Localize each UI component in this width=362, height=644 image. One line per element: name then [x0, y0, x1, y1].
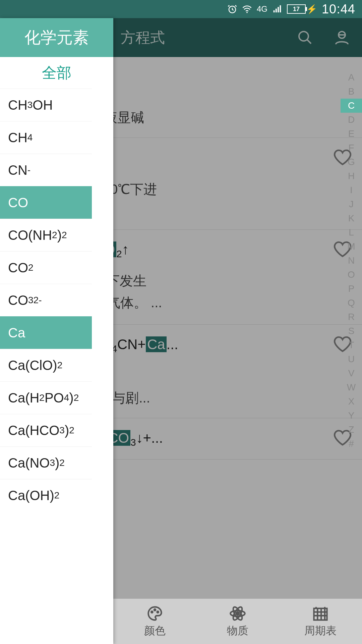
index-letter[interactable]: L: [341, 225, 362, 239]
index-letter[interactable]: V: [341, 366, 362, 380]
compound-item[interactable]: Ca(OH)2: [0, 479, 92, 512]
compound-item[interactable]: Ca(HCO3)2: [0, 414, 92, 446]
alpha-index[interactable]: ABCDEFGHIJKLMNOPQRSTUVWXYZ#: [341, 70, 362, 451]
index-letter[interactable]: P: [341, 282, 362, 296]
sidebar-title: 化学元素: [0, 18, 113, 57]
compound-item[interactable]: CH4: [0, 121, 92, 154]
index-letter[interactable]: Z: [341, 423, 362, 437]
index-letter[interactable]: M: [341, 239, 362, 254]
compound-item[interactable]: Ca(NO3)2: [0, 446, 92, 479]
status-bar: 4G 17 ⚡ 10:44: [0, 0, 362, 18]
alarm-icon: [227, 4, 237, 14]
battery-indicator: 17 ⚡: [287, 4, 317, 14]
nav-substance[interactable]: 物质: [196, 599, 279, 644]
index-letter[interactable]: D: [341, 113, 362, 127]
nav-periodic[interactable]: 周期表: [279, 599, 362, 644]
compound-item[interactable]: CH3OH: [0, 89, 92, 121]
bottom-nav: 颜色 物质 周期表: [113, 599, 362, 644]
svg-point-10: [236, 612, 239, 615]
compound-item[interactable]: CO(NH2)2: [0, 219, 92, 251]
svg-point-1: [246, 12, 248, 13]
index-letter[interactable]: A: [341, 70, 362, 85]
index-letter[interactable]: W: [341, 380, 362, 394]
atom-icon: [229, 605, 246, 622]
svg-point-4: [151, 611, 153, 612]
index-letter[interactable]: J: [341, 197, 362, 211]
table-icon: [312, 605, 329, 622]
index-letter[interactable]: N: [341, 254, 362, 268]
index-letter[interactable]: B: [341, 85, 362, 99]
element-sidebar: 化学元素 全部 CH3OHCH4CN-COCO(NH2)2CO2CO32-CaC…: [0, 18, 113, 644]
index-letter[interactable]: X: [341, 394, 362, 409]
compound-item[interactable]: CO: [0, 186, 92, 219]
index-letter[interactable]: I: [341, 183, 362, 197]
index-letter[interactable]: Q: [341, 296, 362, 310]
nav-color[interactable]: 颜色: [113, 599, 196, 644]
compound-list[interactable]: CH3OHCH4CN-COCO(NH2)2CO2CO32-CaCa(ClO)2C…: [0, 89, 113, 644]
index-letter[interactable]: U: [341, 352, 362, 366]
index-letter[interactable]: K: [341, 211, 362, 225]
index-letter[interactable]: R: [341, 310, 362, 324]
index-letter[interactable]: E: [341, 127, 362, 141]
index-letter[interactable]: C: [341, 99, 362, 113]
clock: 10:44: [322, 2, 355, 16]
wifi-icon: [242, 4, 252, 14]
index-letter[interactable]: #: [341, 437, 362, 451]
index-letter[interactable]: T: [341, 338, 362, 352]
compound-item[interactable]: CN-: [0, 154, 92, 186]
compound-item[interactable]: CO2: [0, 251, 92, 284]
index-letter[interactable]: O: [341, 268, 362, 282]
compound-item[interactable]: Ca(H2PO4)2: [0, 381, 92, 414]
index-letter[interactable]: F: [341, 141, 362, 155]
palette-icon: [146, 605, 164, 622]
index-letter[interactable]: S: [341, 324, 362, 338]
compound-item[interactable]: CO32-: [0, 284, 92, 316]
index-letter[interactable]: G: [341, 155, 362, 169]
sidebar-all[interactable]: 全部: [0, 57, 113, 89]
svg-point-5: [154, 609, 155, 610]
svg-point-6: [157, 611, 158, 612]
index-letter[interactable]: H: [341, 169, 362, 183]
compound-item[interactable]: Ca: [0, 316, 92, 349]
signal-icon: [272, 4, 282, 14]
compound-item[interactable]: Ca(ClO)2: [0, 349, 92, 381]
network-label: 4G: [257, 4, 267, 14]
index-letter[interactable]: Y: [341, 409, 362, 423]
